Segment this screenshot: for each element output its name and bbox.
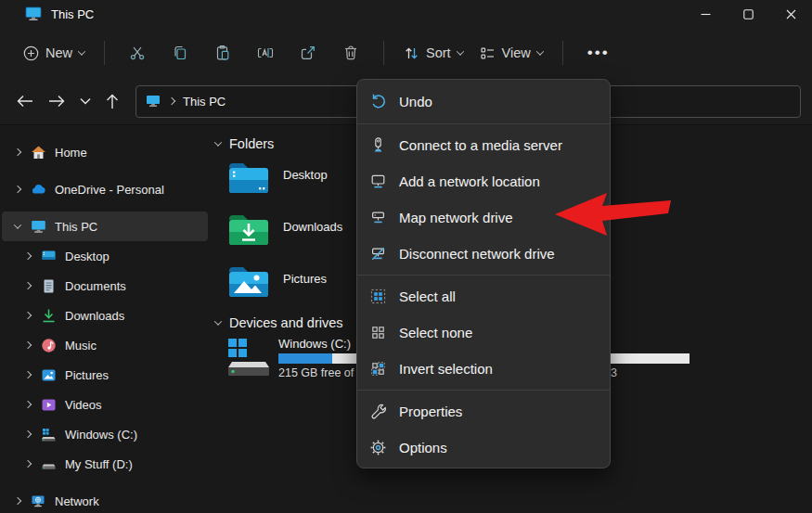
delete-button[interactable] <box>329 37 372 69</box>
menu-item-options[interactable]: Options <box>357 430 610 466</box>
item-label: Desktop <box>283 168 328 200</box>
expand-chevron-icon[interactable] <box>23 313 32 318</box>
view-icon <box>480 45 496 61</box>
share-button[interactable] <box>287 37 329 69</box>
expand-chevron-icon[interactable] <box>23 253 32 259</box>
sidebar-item-this-pc[interactable]: This PC <box>2 212 208 241</box>
command-bar: New Sort View <box>0 28 812 78</box>
sidebar-item-onedrive[interactable]: OneDrive - Personal <box>2 174 208 204</box>
drive-icon <box>41 456 57 472</box>
this-pc-icon <box>31 219 46 235</box>
minimize-button[interactable] <box>684 0 727 28</box>
add-network-location-icon <box>369 173 387 190</box>
sidebar-item-label: Home <box>55 146 87 160</box>
breadcrumb-location: This PC <box>183 95 226 109</box>
expand-chevron-icon[interactable] <box>23 372 32 378</box>
sort-button[interactable]: Sort <box>395 39 471 68</box>
folder-item-downloads[interactable]: Downloads <box>226 208 342 252</box>
expand-chevron-icon[interactable] <box>23 283 32 289</box>
up-button[interactable] <box>98 88 126 115</box>
sort-icon <box>404 45 419 61</box>
close-button[interactable] <box>769 0 812 28</box>
copy-button[interactable] <box>159 37 201 69</box>
menu-item-invert-selection[interactable]: Invert selection <box>357 351 610 387</box>
sidebar-item-label: Documents <box>65 279 126 293</box>
paste-button[interactable] <box>201 37 244 69</box>
sidebar-item-home[interactable]: Home <box>2 137 208 167</box>
sidebar-item-label: My Stuff (D:) <box>65 457 133 471</box>
back-button[interactable] <box>9 89 41 113</box>
menu-item-disconnect-network-drive[interactable]: Disconnect network drive <box>357 236 610 272</box>
new-button[interactable]: New <box>15 39 93 68</box>
sidebar-item-downloads[interactable]: Downloads <box>2 301 208 330</box>
menu-item-label: Properties <box>399 404 462 419</box>
maximize-button[interactable] <box>727 0 769 28</box>
expand-chevron-icon[interactable] <box>23 342 32 348</box>
menu-item-select-all[interactable]: Select all <box>357 278 610 314</box>
select-all-icon <box>369 288 387 305</box>
folder-item-pictures[interactable]: Pictures <box>226 260 327 304</box>
rename-button[interactable] <box>244 37 287 69</box>
expand-chevron-icon[interactable] <box>13 149 22 155</box>
menu-item-label: Select all <box>399 289 456 304</box>
expand-chevron-icon[interactable] <box>13 186 22 192</box>
collapse-chevron-icon[interactable] <box>214 138 222 146</box>
forward-button[interactable] <box>41 89 72 113</box>
arrow-right-icon <box>48 95 65 108</box>
sidebar-item-label: Pictures <box>65 368 109 382</box>
arrow-left-icon <box>17 95 33 108</box>
expand-chevron-icon[interactable] <box>23 431 32 437</box>
menu-separator <box>357 390 610 391</box>
options-icon <box>369 439 387 456</box>
sidebar-item-windows-c[interactable]: Windows (C:) <box>2 419 208 449</box>
menu-item-label: Map network drive <box>399 210 513 225</box>
chevron-down-icon <box>536 47 544 55</box>
downloads-icon <box>41 308 57 324</box>
this-pc-icon <box>146 95 161 108</box>
expand-chevron-icon[interactable] <box>23 402 32 407</box>
sidebar-item-documents[interactable]: Documents <box>2 271 208 301</box>
desktop-icon <box>41 249 57 264</box>
arrow-up-icon <box>106 94 119 109</box>
ellipsis-icon: ••• <box>587 48 610 58</box>
section-title: Devices and drives <box>229 315 343 330</box>
sidebar-item-label: Downloads <box>65 309 124 323</box>
view-button-label: View <box>502 45 531 60</box>
documents-icon <box>41 278 57 294</box>
view-button[interactable]: View <box>471 39 551 68</box>
collapse-chevron-icon[interactable] <box>214 317 222 325</box>
sidebar-item-music[interactable]: Music <box>2 330 208 360</box>
see-more-menu: Undo Connect to a media server Add a net… <box>356 79 611 468</box>
folder-item-desktop[interactable]: Desktop <box>226 156 328 200</box>
menu-item-properties[interactable]: Properties <box>357 393 610 430</box>
sidebar-item-network[interactable]: Network <box>2 486 208 513</box>
annotation-arrow <box>553 190 674 240</box>
menu-item-select-none[interactable]: Select none <box>357 314 610 351</box>
plus-circle-icon <box>23 45 39 61</box>
menu-item-connect-media-server[interactable]: Connect to a media server <box>357 127 610 163</box>
toolbar-divider <box>383 41 384 65</box>
invert-selection-icon <box>369 360 387 378</box>
sidebar-item-my-stuff-d[interactable]: My Stuff (D:) <box>2 449 208 479</box>
menu-item-undo[interactable]: Undo <box>357 82 610 121</box>
toolbar-divider <box>562 41 563 65</box>
collapse-chevron-icon[interactable] <box>13 224 22 229</box>
expand-chevron-icon[interactable] <box>23 461 32 467</box>
see-more-button[interactable]: ••• <box>574 41 623 65</box>
item-label: Pictures <box>283 272 327 304</box>
sidebar-item-label: OneDrive - Personal <box>55 183 164 197</box>
expand-chevron-icon[interactable] <box>13 498 22 504</box>
menu-item-label: Options <box>399 440 447 455</box>
menu-separator <box>357 123 610 124</box>
pictures-folder-icon <box>226 260 271 304</box>
sidebar-item-desktop[interactable]: Desktop <box>2 241 208 271</box>
sidebar-item-label: Network <box>55 494 99 508</box>
sidebar-item-pictures[interactable]: Pictures <box>2 360 208 390</box>
new-button-label: New <box>45 45 72 60</box>
cut-button[interactable] <box>116 37 159 69</box>
recent-locations-button[interactable] <box>72 92 98 110</box>
sidebar-item-videos[interactable]: Videos <box>2 390 208 419</box>
drives-section-header[interactable]: Devices and drives <box>215 315 343 330</box>
folders-section-header[interactable]: Folders <box>215 136 274 151</box>
sidebar-item-label: Videos <box>65 398 102 412</box>
